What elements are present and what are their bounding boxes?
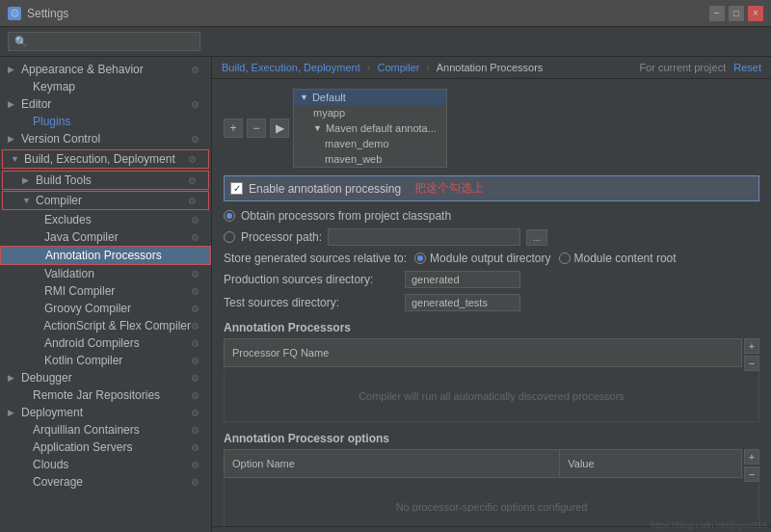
search-input[interactable] <box>8 32 200 51</box>
sidebar-item-arquillian[interactable]: Arquillian Containers ⚙ <box>0 421 211 439</box>
enable-annotation-checkbox-row: ✓ Enable annotation processing 把这个勾选上 <box>224 175 759 201</box>
obtain-processors-radio[interactable] <box>224 210 235 222</box>
title-controls: − □ × <box>709 6 763 21</box>
breadcrumb-compiler[interactable]: Compiler <box>377 62 419 73</box>
reset-link[interactable]: Reset <box>733 62 761 73</box>
option-value-header: Value <box>560 450 742 478</box>
watermark: https://blog.csdn.net/jisyou516 <box>651 520 767 530</box>
config-icon: ⚙ <box>191 408 203 418</box>
profile-maven-default[interactable]: ▼ Maven default annota... <box>294 120 446 136</box>
config-icon: ⚙ <box>190 251 202 261</box>
config-icon: ⚙ <box>191 321 203 332</box>
add-processor-button[interactable]: + <box>744 338 759 354</box>
config-icon: ⚙ <box>191 425 203 436</box>
add-profile-button[interactable]: + <box>224 119 243 138</box>
settings-content: + − ▶ ▼ Default myapp ▼ <box>212 79 771 526</box>
sidebar-item-debugger[interactable]: ▶ Debugger ⚙ <box>0 369 211 386</box>
sidebar-item-remote-jar[interactable]: Remote Jar Repositories ⚙ <box>0 386 211 404</box>
sidebar-item-label: ActionScript & Flex Compiler <box>43 319 191 332</box>
sidebar-item-java-compiler[interactable]: Java Compiler ⚙ <box>0 228 211 246</box>
breadcrumb-build[interactable]: Build, Execution, Deployment <box>222 62 360 73</box>
config-icon: ⚙ <box>191 373 203 384</box>
more-button[interactable]: ▶ <box>270 119 289 138</box>
sidebar-item-actionscript[interactable]: ActionScript & Flex Compiler ⚙ <box>0 317 211 334</box>
title-bar: ⚙ Settings − □ × <box>0 0 771 27</box>
sidebar-item-rmi-compiler[interactable]: RMI Compiler ⚙ <box>0 282 211 300</box>
browse-button[interactable]: ... <box>526 229 547 246</box>
arrow-icon: ▼ <box>22 196 34 205</box>
arrow-icon: ▶ <box>22 175 34 185</box>
sidebar-item-compiler[interactable]: ▼ Compiler ⚙ <box>2 191 209 210</box>
config-icon: ⚙ <box>191 65 203 75</box>
processor-options-title: Annotation Processor options <box>224 432 759 445</box>
profile-maven-web[interactable]: maven_web <box>294 151 446 167</box>
sidebar-item-keymap[interactable]: Keymap <box>0 78 211 95</box>
content-area: ▶ Appearance & Behavior ⚙ Keymap ▶ Edito… <box>0 57 771 532</box>
annotation-processors-title: Annotation Processors <box>224 321 759 334</box>
arrow-icon: ▶ <box>8 65 19 74</box>
sidebar-item-excludes[interactable]: Excludes ⚙ <box>0 211 211 228</box>
sidebar-item-android-compilers[interactable]: Android Compilers ⚙ <box>0 334 211 352</box>
window-title: Settings <box>27 7 68 20</box>
remove-processor-button[interactable]: − <box>744 356 759 371</box>
config-icon: ⚙ <box>191 304 203 314</box>
profile-myapp[interactable]: myapp <box>294 105 446 120</box>
module-output-label: Module output directory <box>430 252 550 265</box>
sidebar-item-annotation-processors[interactable]: Annotation Processors ⚙ <box>0 246 211 265</box>
sidebar-item-label: Annotation Processors <box>45 249 162 262</box>
config-icon: ⚙ <box>188 175 200 186</box>
module-output-radio[interactable] <box>414 253 426 264</box>
remove-profile-button[interactable]: − <box>247 119 266 138</box>
processor-path-input[interactable] <box>328 228 520 246</box>
remove-option-button[interactable]: − <box>744 466 759 482</box>
sidebar-item-appearance[interactable]: ▶ Appearance & Behavior ⚙ <box>0 61 211 78</box>
sidebar-item-groovy-compiler[interactable]: Groovy Compiler ⚙ <box>0 300 211 317</box>
sidebar-item-editor[interactable]: ▶ Editor ⚙ <box>0 95 211 113</box>
breadcrumb-bar: Build, Execution, Deployment › Compiler … <box>212 57 771 79</box>
profile-maven-demo[interactable]: maven_demo <box>294 136 446 151</box>
profile-tree: ▼ Default myapp ▼ Maven default annota..… <box>293 89 447 168</box>
config-icon: ⚙ <box>188 154 200 165</box>
processor-path-radio[interactable] <box>224 231 235 243</box>
close-button[interactable]: × <box>748 6 763 21</box>
sidebar-item-label: Arquillian Containers <box>33 423 140 437</box>
sidebar-item-label: Coverage <box>33 475 83 489</box>
sidebar-item-label: Version Control <box>21 132 100 146</box>
test-sources-input[interactable] <box>405 294 520 311</box>
sidebar-item-label: Editor <box>21 97 51 111</box>
breadcrumb: Build, Execution, Deployment › Compiler … <box>222 62 543 73</box>
profile-default[interactable]: ▼ Default <box>294 90 446 105</box>
module-output-option[interactable]: Module output directory <box>414 252 550 265</box>
production-sources-input[interactable] <box>405 271 520 288</box>
sidebar-item-plugins[interactable]: Plugins <box>0 113 211 130</box>
option-name-header: Option Name <box>225 450 560 478</box>
module-content-radio[interactable] <box>559 253 571 264</box>
sidebar-item-version-control[interactable]: ▶ Version Control ⚙ <box>0 130 211 147</box>
sidebar-item-build-tools[interactable]: ▶ Build Tools ⚙ <box>2 171 209 190</box>
sidebar-item-clouds[interactable]: Clouds ⚙ <box>0 456 211 473</box>
arrow-icon: ▶ <box>8 99 19 109</box>
enable-checkbox[interactable]: ✓ <box>230 182 243 195</box>
sidebar-item-kotlin-compiler[interactable]: Kotlin Compiler ⚙ <box>0 352 211 369</box>
sidebar-item-build-execution[interactable]: ▼ Build, Execution, Deployment ⚙ <box>2 149 209 169</box>
sidebar-item-deployment[interactable]: ▶ Deployment ⚙ <box>0 404 211 421</box>
maximize-button[interactable]: □ <box>729 6 744 21</box>
config-icon: ⚙ <box>191 460 203 470</box>
settings-icon: ⚙ <box>8 7 21 20</box>
add-option-button[interactable]: + <box>744 449 759 465</box>
sidebar-item-app-servers[interactable]: Application Servers ⚙ <box>0 439 211 456</box>
production-sources-label: Production sources directory: <box>224 273 397 286</box>
module-content-option[interactable]: Module content root <box>559 252 677 265</box>
obtain-processors-radio-row: Obtain processors from project classpath <box>224 209 759 223</box>
sidebar-item-label: Application Servers <box>33 440 132 454</box>
breadcrumb-sep2: › <box>427 62 431 73</box>
breadcrumb-sep: › <box>367 62 371 73</box>
sidebar-item-coverage[interactable]: Coverage ⚙ <box>0 473 211 491</box>
annotation-processors-empty: Compiler will run all automatically disc… <box>224 371 759 422</box>
config-icon: ⚙ <box>191 338 203 349</box>
processor-path-label: Processor path: <box>241 230 322 244</box>
store-sources-row: Store generated sources relative to: Mod… <box>224 252 759 265</box>
profile-label: maven_web <box>325 153 382 165</box>
sidebar-item-validation[interactable]: Validation ⚙ <box>0 265 211 282</box>
minimize-button[interactable]: − <box>709 6 725 21</box>
